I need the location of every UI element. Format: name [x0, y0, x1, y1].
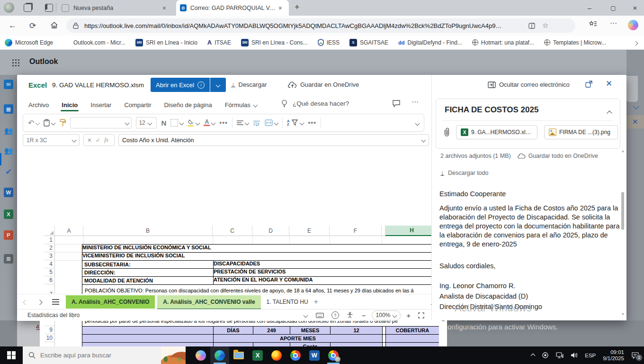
column-header-a[interactable]: A [55, 226, 83, 236]
sort-filter-button[interactable]: AZ [287, 119, 304, 126]
format-painter-button[interactable] [59, 119, 66, 127]
save-all-onedrive-button[interactable]: Guardar todo en OneDrive [518, 153, 598, 159]
split-screen-icon[interactable] [528, 22, 536, 29]
download-button[interactable]: ↓ Descargar [231, 81, 267, 88]
cell-direccion-label[interactable]: DIRECCIÓN: [82, 269, 213, 277]
app-launcher-icon[interactable] [12, 59, 14, 61]
volume-icon[interactable] [571, 352, 578, 358]
tray-expand-chevron[interactable] [531, 353, 535, 358]
fill-color-button[interactable] [188, 119, 199, 127]
row-header-1[interactable]: 1 [45, 236, 55, 244]
cell-subsecretaria-value[interactable]: DISCAPACIDADES [213, 261, 439, 269]
favorites-list-icon[interactable] [589, 20, 597, 27]
email-scrollbar[interactable]: ▲ ▼ [620, 149, 625, 318]
window-minimize-button[interactable]: – [579, 0, 600, 16]
todo-check-icon[interactable]: ✔ [4, 167, 13, 176]
cell-modalidad-value[interactable]: ATENCIÓN EN EL HOGAR Y COMUNIDA [213, 277, 439, 285]
row-header-4[interactable]: 4 [45, 260, 55, 268]
bookmark-item[interactable]: SSGAITSAE [349, 39, 388, 46]
taskbar-copilot-icon[interactable] [191, 346, 210, 364]
fullscreen-icon[interactable] [418, 312, 424, 318]
language-indicator[interactable]: ESP [585, 353, 596, 358]
save-onedrive-button[interactable]: Guardar en OneDrive [288, 81, 359, 88]
bold-button[interactable]: N [161, 119, 166, 127]
close-x-icon[interactable]: ✕ [632, 118, 638, 126]
row-header-2[interactable]: 2 [45, 244, 55, 252]
row-header-9[interactable]: 9 [45, 326, 55, 334]
cell-meses-label[interactable]: MESES [290, 327, 330, 335]
bookmark-item[interactable]: Hotmart: una plataf... [472, 39, 534, 46]
more-apps-icon[interactable]: ⊞ [4, 254, 13, 264]
tab-inicio[interactable]: Inicio [62, 101, 78, 109]
vertical-tabs-icon[interactable] [45, 4, 53, 12]
wrap-text-button[interactable] [253, 120, 260, 126]
cell-subsecretaria-label[interactable]: SUBSECRETARIA: [82, 261, 213, 269]
bookmark-item[interactable]: Microsoft Edge [5, 39, 53, 46]
attachment-chip-png[interactable]: FIRMA DE ...(3).png [544, 125, 618, 139]
close-preview-icon[interactable]: ✕ [606, 79, 612, 89]
add-sheet-icon[interactable]: + [314, 298, 318, 306]
home-icon[interactable] [50, 21, 58, 29]
comments-icon[interactable] [392, 100, 401, 107]
bookmark-item[interactable]: SRISRI en Línea - Cons... [241, 39, 308, 46]
tray-app-icon[interactable] [542, 352, 549, 359]
taskbar-explorer-icon[interactable] [229, 346, 248, 364]
taskbar-search-input[interactable] [39, 351, 145, 359]
column-header-h[interactable]: H [385, 226, 438, 236]
ribbon-more-icon[interactable]: ⋯ [411, 98, 419, 106]
popout-icon[interactable] [585, 81, 592, 88]
taskbar-firefox-icon[interactable] [267, 346, 286, 364]
scroll-up-icon[interactable]: ▲ [621, 149, 625, 153]
cell-dias-label[interactable]: DÍAS [213, 327, 253, 335]
address-bar[interactable]: ☆ [66, 18, 575, 33]
taskbar-word-icon[interactable]: W [305, 346, 324, 364]
cell-merged-title2[interactable]: VICEMINISTERIO DE INCLUSIÓN SOCIAL [82, 253, 439, 261]
merge-center-button[interactable] [265, 119, 278, 126]
browser-tab-active[interactable]: o Correo: GAD PARROQUIAL VALLE × [176, 0, 289, 16]
cell-dias-value[interactable]: 249 [253, 327, 290, 335]
row-header-6[interactable]: 6 [45, 276, 55, 284]
sheet-tab-2-active[interactable]: A. Análisis_AHC_CONVENIO valle [157, 295, 260, 309]
cell-direccion-value[interactable]: PRESTACIÓN DE SERVICIOS [213, 269, 439, 277]
column-header-d[interactable]: D [252, 226, 289, 236]
collapse-chevron-icon[interactable] [634, 102, 638, 110]
font-name-select[interactable] [70, 117, 132, 128]
url-input[interactable] [83, 22, 526, 30]
open-options-dropdown[interactable] [210, 78, 226, 92]
zoom-in-icon[interactable]: + [406, 311, 411, 319]
excel-icon[interactable]: X [4, 209, 13, 219]
keyboard-icon[interactable] [316, 313, 324, 318]
row-header-3[interactable]: 3 [45, 252, 55, 260]
bookmark-item[interactable]: Outlook.com - Micr... [63, 39, 125, 46]
refresh-icon[interactable]: ⟳ [29, 21, 36, 31]
undo-button[interactable]: ↶ [28, 118, 39, 127]
sheet-tabs-prev-icon[interactable] [24, 298, 27, 306]
ribbon-collapse-chevron[interactable] [416, 118, 419, 127]
hide-email-button[interactable]: Ocultar correo electrónico [488, 81, 570, 88]
tellme-input[interactable]: ¿Qué desea hacer? [293, 100, 349, 107]
workbook-stats-button[interactable]: Estadísticas del libro [27, 312, 80, 318]
cell-meses-value[interactable]: 12 [330, 327, 382, 335]
tab-close-icon[interactable]: × [160, 4, 169, 12]
fx-icon[interactable]: fx [104, 136, 108, 144]
tab-close-icon[interactable]: × [276, 4, 285, 12]
font-more-icon[interactable]: ••• [219, 119, 228, 127]
tab-stack-icon[interactable] [24, 4, 32, 12]
status-chevron-icon[interactable] [304, 312, 307, 318]
bookmarks-overflow-chevron[interactable] [634, 38, 637, 47]
tab-compartir[interactable]: Compartir [124, 101, 151, 109]
column-header-g[interactable] [382, 226, 385, 236]
clock[interactable]: 09:01 9/1/2025 [603, 349, 624, 362]
new-tab-button[interactable]: + [295, 2, 300, 12]
grid-corner[interactable] [45, 226, 55, 236]
name-box[interactable]: 1R x 3C [23, 134, 80, 146]
paste-button[interactable] [44, 119, 55, 127]
borders-button[interactable] [170, 119, 183, 127]
calendar-icon[interactable]: ▦ [4, 104, 13, 114]
column-header-f[interactable]: F [330, 226, 382, 236]
download-all-button[interactable]: ↓ Descargar todo [440, 170, 488, 176]
window-close-button[interactable]: × [624, 0, 644, 16]
font-size-select[interactable]: 12 [136, 117, 157, 128]
open-in-excel-button[interactable]: Abrir en Excel i [151, 78, 210, 92]
cancel-formula-icon[interactable]: ✕ [87, 137, 92, 144]
